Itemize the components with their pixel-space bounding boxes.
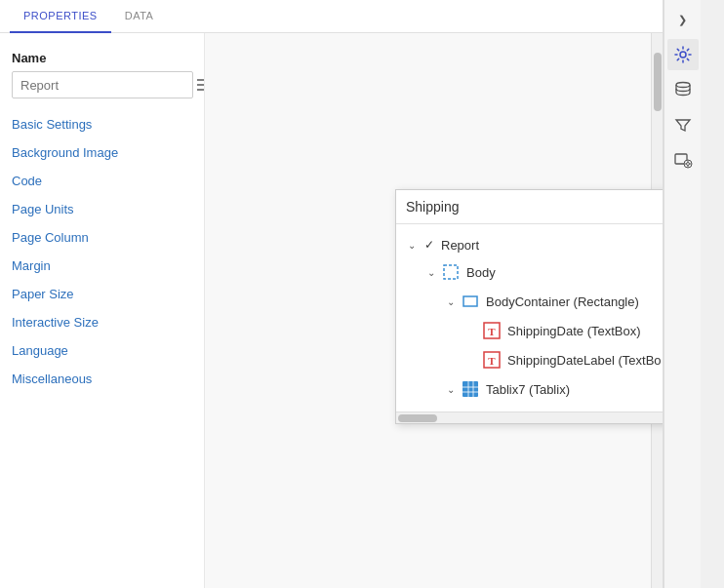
shippingdate-label: ShippingDate (TextBox) [507,324,641,338]
prop-margin[interactable]: Margin [0,252,204,280]
database-button[interactable] [667,74,699,105]
svg-point-15 [676,83,690,88]
tree-item-shippingdate[interactable]: T ShippingDate (TextBox) [474,316,663,345]
tablix7-chevron-icon[interactable]: ⌄ [443,381,459,397]
textbox-icon-2: T [482,350,502,370]
prop-language[interactable]: Language [0,336,204,365]
dropdown-overlay: × ⌄ ✓ Report ⌄ [395,189,663,424]
svg-text:T: T [488,326,496,337]
tablix7-label: Tablix7 (Tablix) [486,382,570,397]
tabs-bar: PROPERTIES DATA [0,0,663,33]
name-section: Name [0,43,204,110]
body-chevron-icon[interactable]: ⌄ [423,264,439,280]
prop-page-units[interactable]: Page Units [0,195,204,223]
prop-miscellaneous[interactable]: Miscellaneous [0,365,204,393]
svg-text:T: T [488,355,496,367]
tab-properties[interactable]: PROPERTIES [10,0,111,33]
svg-point-14 [680,52,686,58]
shippingdatelabel-label: ShippingDateLabel (TextBo [507,353,662,368]
name-input[interactable] [12,71,193,98]
prop-basic-settings[interactable]: Basic Settings [0,110,204,138]
filter-icon [673,115,693,135]
tree-item-tablix7[interactable]: ⌄ Tablix7 [435,374,663,404]
svg-rect-3 [444,265,458,279]
tree-item-report[interactable]: ⌄ ✓ Report [396,232,663,257]
list-icon[interactable] [197,73,205,97]
tablix-icon [461,379,480,399]
dropdown-header: × [396,190,663,224]
prop-paper-size[interactable]: Paper Size [0,280,204,308]
tree-item-bodycontainer[interactable]: ⌄ BodyContainer (Rectangle) [435,287,663,316]
prop-background-image[interactable]: Background Image [0,138,204,167]
svg-rect-4 [463,296,477,306]
report-chevron-icon[interactable]: ⌄ [404,237,420,253]
tab-data[interactable]: DATA [111,0,168,32]
image-settings-icon [673,150,693,170]
right-sidebar: ❯ [664,0,701,588]
prop-code[interactable]: Code [0,167,204,195]
expand-button[interactable]: ❯ [667,4,699,35]
bodycontainer-chevron-icon[interactable]: ⌄ [443,294,459,309]
gear-button[interactable] [667,39,699,70]
dropdown-tree-body: ⌄ ✓ Report ⌄ [396,224,663,412]
database-icon [673,80,693,99]
properties-list: Name Basic Settings Background I [0,33,205,588]
dropdown-search-input[interactable] [406,199,663,215]
prop-page-column[interactable]: Page Column [0,223,204,252]
bodycontainer-label: BodyContainer (Rectangle) [486,294,639,309]
report-check-icon: ✓ [422,237,437,253]
prop-interactive-size[interactable]: Interactive Size [0,308,204,336]
rectangle-icon [461,292,480,311]
h-scrollbar-thumb [398,414,437,422]
tree-area: × ⌄ ✓ Report ⌄ [205,33,651,588]
filter-button[interactable] [667,109,699,140]
image-settings-button[interactable] [667,144,699,176]
v-scrollbar-thumb [654,53,662,111]
tree-item-body[interactable]: ⌄ Body [416,257,663,287]
svg-rect-9 [463,381,478,397]
name-input-row [12,71,192,98]
textbox-icon-1: T [482,321,502,340]
body-icon [441,262,461,282]
report-label: Report [441,238,479,253]
horizontal-scrollbar[interactable] [396,412,663,423]
expand-icon: ❯ [678,14,687,26]
name-label: Name [12,51,192,65]
gear-icon [673,45,693,64]
tree-item-shippingdatelabel[interactable]: T ShippingDateLabel (TextBo [474,345,663,374]
body-label: Body [466,265,496,280]
